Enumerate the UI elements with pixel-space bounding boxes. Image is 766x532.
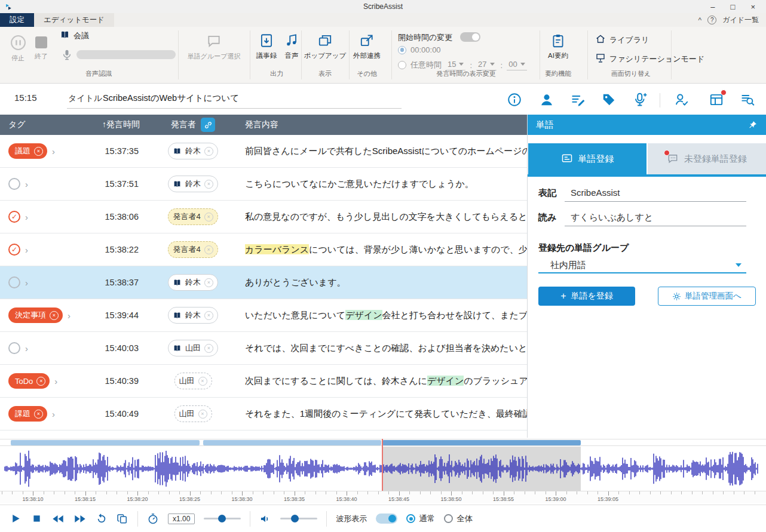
arbitrary-time-radio[interactable] [398, 61, 406, 69]
speaker-chip[interactable]: 鈴木× [168, 143, 218, 159]
table-row[interactable]: ›15:37:51鈴木×こちらについてなにかご意見いただけますでしょうか。 [0, 168, 527, 201]
tag-badge[interactable]: 決定事項× [8, 307, 63, 323]
play-button[interactable] [10, 512, 22, 525]
speech-content[interactable]: それでは、次回までにすべきことの確認、および担当者を決めたいと思います。 [238, 343, 527, 354]
table-row[interactable]: ✓›15:38:22発言者4×カラーバランスについては、背景が少し薄いかなと思い… [0, 233, 527, 266]
facilitation-mode-button[interactable]: ファシリテーションモード [595, 53, 704, 65]
mode-normal-option[interactable]: 通常 [406, 513, 435, 524]
word-group-select-button[interactable]: 単語グループ選択 [179, 33, 249, 61]
select-circle-icon[interactable] [8, 276, 20, 288]
expand-chevron-icon[interactable]: › [68, 311, 71, 320]
speech-content[interactable]: 前回皆さんにメールで共有したScribeAssistについてのホームページのデザ… [238, 146, 527, 157]
playhead-marker[interactable] [382, 439, 383, 491]
speech-content[interactable]: それをまた、1週間後のミーティングにて発表していただき、最終確認を行いたいと思 [238, 408, 527, 420]
chevron-down-icon[interactable] [736, 263, 742, 267]
speaker-chip[interactable]: 山田× [168, 340, 218, 356]
speaker-link-icon[interactable] [201, 118, 215, 132]
rewind-button[interactable] [51, 512, 65, 525]
radio-icon[interactable] [444, 514, 453, 523]
speaker-chip[interactable]: 発言者4× [168, 241, 217, 258]
remove-speaker-icon[interactable]: × [198, 377, 207, 386]
table-row[interactable]: ›15:38:37鈴木×ありがとうございます。 [0, 266, 527, 299]
select-circle-icon[interactable] [8, 342, 20, 354]
guide-list-link[interactable]: ガイド一覧 [722, 15, 759, 25]
mode-all-option[interactable]: 全体 [444, 513, 473, 524]
expand-chevron-icon[interactable]: › [25, 245, 28, 254]
remove-speaker-icon[interactable]: × [204, 180, 213, 189]
expand-chevron-icon[interactable]: › [25, 213, 28, 222]
expand-chevron-icon[interactable]: › [25, 278, 28, 287]
tab-edit-mode[interactable]: エディットモード [34, 13, 114, 27]
table-row[interactable]: ✓›15:38:06発言者4×私の意見なのですが、もう少し見出しの文字を大きくし… [0, 201, 527, 233]
audio-export-button[interactable]: 音声 [281, 33, 302, 60]
slider-thumb[interactable] [218, 515, 226, 522]
mic-plus-icon[interactable] [632, 92, 648, 107]
column-content[interactable]: 発言内容 [238, 119, 527, 130]
tag-badge[interactable]: ToDo× [8, 373, 50, 389]
speech-content[interactable]: いただいた意見についてデザイン会社と打ち合わせを設けて、またブラッシュアップし [238, 310, 527, 321]
table-row[interactable]: 課題×›15:40:49山田×それをまた、1週間後のミーティングにて発表していた… [0, 398, 527, 430]
speech-content[interactable]: ありがとうございます。 [238, 277, 527, 288]
speed-slider[interactable] [204, 518, 241, 519]
speaker-chip[interactable]: 発言者4× [168, 208, 217, 225]
speaker-chip[interactable]: 山田× [174, 373, 212, 389]
expand-chevron-icon[interactable]: › [54, 377, 57, 386]
minimize-button[interactable]: – [710, 2, 715, 11]
speech-content[interactable]: 次回までにすることに関しては、鈴木さんにデザインのブラッシュアップを行っていただ [238, 376, 527, 387]
tag-badge[interactable]: 課題× [8, 406, 47, 422]
speaker-manage-icon[interactable] [539, 92, 554, 107]
library-button[interactable]: ライブラリ [595, 33, 649, 46]
waveform-overview-segment[interactable] [203, 440, 381, 445]
notation-input[interactable]: ScribeAssist [571, 187, 620, 198]
title-input[interactable]: ScribeAssistのWebサイトについて [103, 93, 239, 104]
expand-chevron-icon[interactable]: › [52, 410, 55, 419]
reading-input[interactable]: すくらいぶあしすと [571, 212, 653, 223]
waveform[interactable] [0, 447, 766, 491]
speech-content[interactable]: カラーバランスについては、背景が少し薄いかなと思いますので、少し濃くしていただ [238, 244, 527, 256]
remove-speaker-icon[interactable]: × [204, 311, 213, 320]
tab-settings[interactable]: 設定 [0, 13, 34, 27]
word-panel-toggle-icon[interactable] [709, 92, 724, 107]
speaker-chip[interactable]: 山田× [174, 405, 212, 422]
repeat-button[interactable] [96, 513, 108, 525]
tag-icon[interactable] [601, 92, 617, 107]
tab-word-register[interactable]: 単語登録 [528, 143, 646, 174]
minutes-export-button[interactable]: 議事録 [253, 33, 280, 60]
speed-value[interactable]: x1.00 [168, 513, 195, 524]
tab-unregistered-words[interactable]: 未登録単語登録 [648, 143, 766, 174]
search-list-icon[interactable] [740, 92, 755, 107]
remove-speaker-icon[interactable]: × [204, 147, 213, 156]
word-group-select[interactable]: 社内用語 [550, 260, 586, 271]
sort-ascending-icon[interactable]: ↑ [102, 119, 106, 129]
remove-tag-icon[interactable]: × [34, 410, 43, 419]
speaker-chip[interactable]: 鈴木× [168, 176, 218, 192]
speaker-chip[interactable]: 鈴木× [168, 274, 218, 291]
speaker-chip[interactable]: 鈴木× [168, 307, 218, 324]
check-circle-icon[interactable]: ✓ [8, 211, 20, 223]
waveform-overview-segment[interactable] [11, 440, 200, 445]
close-button[interactable]: × [750, 2, 755, 11]
volume-icon[interactable] [259, 513, 271, 525]
radio-icon[interactable] [406, 514, 415, 523]
column-time[interactable]: ↑発言時間 [91, 119, 148, 130]
remove-speaker-icon[interactable]: × [204, 278, 213, 287]
start-time-toggle[interactable] [460, 32, 480, 42]
remove-speaker-icon[interactable]: × [204, 344, 213, 353]
remove-speaker-icon[interactable]: × [204, 245, 213, 254]
ai-summary-button[interactable]: AI要約 [541, 33, 575, 60]
tag-badge[interactable]: 議題× [8, 143, 47, 159]
column-speaker[interactable]: 発言者 [148, 118, 238, 132]
table-row[interactable]: 決定事項×›15:39:44鈴木×いただいた意見についてデザイン会社と打ち合わせ… [0, 299, 527, 332]
word-management-button[interactable]: 単語管理画面へ [658, 287, 756, 306]
popup-button[interactable]: ポップアップ [304, 33, 347, 60]
remove-tag-icon[interactable]: × [34, 147, 43, 156]
zero-time-radio[interactable] [398, 46, 406, 54]
stop-playback-button[interactable] [31, 513, 42, 524]
maximize-button[interactable]: □ [731, 2, 736, 11]
expand-chevron-icon[interactable]: › [25, 344, 28, 353]
copy-button[interactable] [117, 513, 128, 525]
waveform-overview-segment[interactable] [382, 440, 581, 445]
table-row[interactable]: ›15:40:03山田×それでは、次回までにすべきことの確認、および担当者を決め… [0, 332, 527, 365]
speech-content[interactable]: 私の意見なのですが、もう少し見出しの文字を大きくしてもらえると、区別がつきや [238, 211, 527, 223]
pin-icon[interactable] [748, 120, 758, 130]
